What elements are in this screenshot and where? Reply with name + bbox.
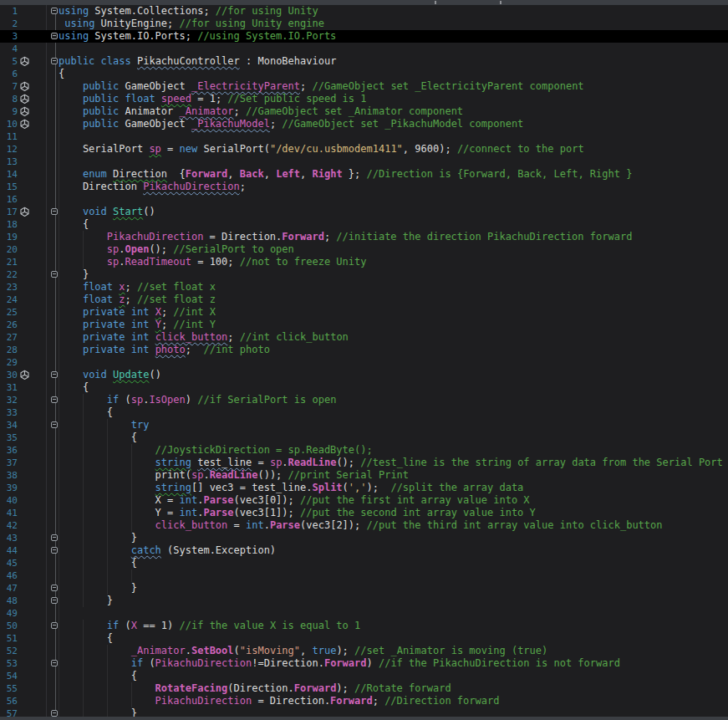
line-number[interactable]: 27 xyxy=(0,331,18,344)
code-line[interactable]: 15 Direction PikachuDirection; xyxy=(0,181,728,193)
code-line[interactable]: 1using System.Collections; //for using U… xyxy=(0,5,728,18)
fold-marker-end[interactable] xyxy=(51,597,58,604)
code-line[interactable]: 9 public Animator _Animator; //GameObjec… xyxy=(0,105,728,118)
code-line[interactable]: 21 sp.ReadTimeout = 100; //not to freeze… xyxy=(0,256,728,268)
line-number[interactable]: 23 xyxy=(0,281,18,294)
line-number[interactable]: 2 xyxy=(0,18,18,30)
line-number[interactable]: 44 xyxy=(0,544,18,557)
line-number[interactable]: 18 xyxy=(0,218,18,231)
fold-marker-end[interactable] xyxy=(51,585,58,591)
unity-icon[interactable] xyxy=(19,119,30,130)
line-number[interactable]: 47 xyxy=(0,582,18,595)
code-line[interactable]: 4 xyxy=(0,43,728,55)
fold-marker-start[interactable] xyxy=(51,622,58,629)
line-number[interactable]: 8 xyxy=(0,93,18,105)
unity-icon[interactable] xyxy=(19,106,30,117)
code-line[interactable]: 25 private int X; //int X xyxy=(0,306,728,319)
line-number[interactable]: 43 xyxy=(0,532,18,544)
line-number[interactable]: 1 xyxy=(0,5,18,18)
line-number[interactable]: 32 xyxy=(0,394,18,406)
code-line[interactable]: 37 string test_line = sp.ReadLine(); //t… xyxy=(0,457,728,469)
code-line[interactable]: 45 { xyxy=(0,557,728,569)
fold-marker-end[interactable] xyxy=(51,710,58,717)
line-number[interactable]: 45 xyxy=(0,557,18,569)
code-line[interactable]: 38 print(sp.ReadLine()); //print Serial … xyxy=(0,469,728,482)
code-line[interactable]: 12 SerialPort sp = new SerialPort("/dev/… xyxy=(0,143,728,156)
line-number[interactable]: 35 xyxy=(0,431,18,444)
code-line[interactable]: 54 { xyxy=(0,670,728,682)
line-number[interactable]: 56 xyxy=(0,695,18,707)
line-number[interactable]: 34 xyxy=(0,419,18,431)
code-line[interactable]: 46 xyxy=(0,569,728,582)
line-number[interactable]: 49 xyxy=(0,607,18,620)
code-line[interactable]: 8 public float speed = 1; //Set public s… xyxy=(0,93,728,105)
code-line[interactable]: 42 click_button = int.Parse(vec3[2]); //… xyxy=(0,519,728,532)
code-line[interactable]: 31 { xyxy=(0,381,728,394)
line-number[interactable]: 10 xyxy=(0,118,18,130)
line-number[interactable]: 42 xyxy=(0,519,18,532)
line-number[interactable]: 17 xyxy=(0,206,18,218)
code-area[interactable]: 1using System.Collections; //for using U… xyxy=(0,5,728,720)
line-number[interactable]: 4 xyxy=(0,43,18,55)
code-line[interactable]: 44 catch (System.Exception) xyxy=(0,544,728,557)
line-number[interactable]: 5 xyxy=(0,55,18,68)
line-number[interactable]: 46 xyxy=(0,569,18,582)
line-number[interactable]: 13 xyxy=(0,156,18,168)
line-number[interactable]: 25 xyxy=(0,306,18,319)
code-line[interactable]: 39 string[] vec3 = test_line.Split(',');… xyxy=(0,482,728,494)
line-number[interactable]: 50 xyxy=(0,620,18,632)
code-line[interactable]: 26 private int Y; //int Y xyxy=(0,319,728,331)
unity-icon[interactable] xyxy=(19,94,30,105)
line-number[interactable]: 40 xyxy=(0,494,18,507)
code-line[interactable]: 13 xyxy=(0,156,728,168)
fold-marker-end[interactable] xyxy=(51,534,58,541)
line-number[interactable]: 9 xyxy=(0,105,18,118)
line-number[interactable]: 24 xyxy=(0,294,18,306)
code-line[interactable]: 5 public class PikachuController : MonoB… xyxy=(0,55,728,68)
code-line[interactable]: 29 xyxy=(0,356,728,369)
unity-icon[interactable] xyxy=(19,207,30,217)
code-line[interactable]: 43 } xyxy=(0,532,728,544)
line-number[interactable]: 29 xyxy=(0,356,18,369)
code-line[interactable]: 7 public GameObject _ElectricityParent; … xyxy=(0,80,728,93)
code-line[interactable]: 35 { xyxy=(0,431,728,444)
line-number[interactable]: 53 xyxy=(0,657,18,670)
code-line[interactable]: 47 } xyxy=(0,582,728,595)
code-line[interactable]: 20 sp.Open(); //SerialPort to open xyxy=(0,243,728,256)
code-line[interactable]: 11 xyxy=(0,130,728,143)
code-line[interactable]: 32 if (sp.IsOpen) //if SerialPort is ope… xyxy=(0,394,728,406)
fold-marker-start[interactable] xyxy=(51,660,58,666)
code-line[interactable]: 17 void Start() xyxy=(0,206,728,218)
line-number[interactable]: 26 xyxy=(0,319,18,331)
code-line[interactable]: 56 PikachuDirection = Direction.Forward;… xyxy=(0,695,728,707)
line-number[interactable]: 20 xyxy=(0,243,18,256)
line-number[interactable]: 15 xyxy=(0,181,18,193)
code-line[interactable]: 36 //JoystickDirection = sp.ReadByte(); xyxy=(0,444,728,457)
code-line[interactable]: 52 _Animator.SetBool("isMoving", true); … xyxy=(0,645,728,657)
code-line[interactable]: 2 using UnityEngine; //for using Unity e… xyxy=(0,18,728,30)
code-line[interactable]: 50 if (X == 1) //if the value X is equal… xyxy=(0,620,728,632)
line-number[interactable]: 54 xyxy=(0,670,18,682)
fold-marker-start[interactable] xyxy=(51,396,58,403)
code-line[interactable]: 55 RotateFacing(Direction.Forward); //Ro… xyxy=(0,682,728,695)
line-number[interactable]: 12 xyxy=(0,143,18,156)
code-line[interactable]: 19 PikachuDirection = Direction.Forward;… xyxy=(0,231,728,243)
fold-marker-start[interactable] xyxy=(51,371,58,378)
line-number[interactable]: 3 xyxy=(0,30,18,43)
line-number[interactable]: 51 xyxy=(0,632,18,645)
code-line[interactable]: 10 public GameObject _PikachuModel; //Ga… xyxy=(0,118,728,130)
line-number[interactable]: 28 xyxy=(0,344,18,356)
line-number[interactable]: 41 xyxy=(0,507,18,519)
code-line[interactable]: 24 float z; //set float z xyxy=(0,294,728,306)
code-line[interactable]: 53 if (PikachuDirection!=Direction.Forwa… xyxy=(0,657,728,670)
code-line-current[interactable]: 3using System.IO.Ports; //using System.I… xyxy=(0,30,728,43)
fold-marker-start[interactable] xyxy=(51,8,58,14)
fold-marker-start[interactable] xyxy=(51,547,58,554)
code-line[interactable]: 16 xyxy=(0,193,728,206)
code-line[interactable]: 49 xyxy=(0,607,728,620)
code-line[interactable]: 23 float x; //set float x xyxy=(0,281,728,294)
line-number[interactable]: 30 xyxy=(0,369,18,381)
unity-icon[interactable] xyxy=(19,56,30,67)
fold-marker-end[interactable] xyxy=(51,33,58,39)
code-line[interactable]: 48 } xyxy=(0,595,728,607)
